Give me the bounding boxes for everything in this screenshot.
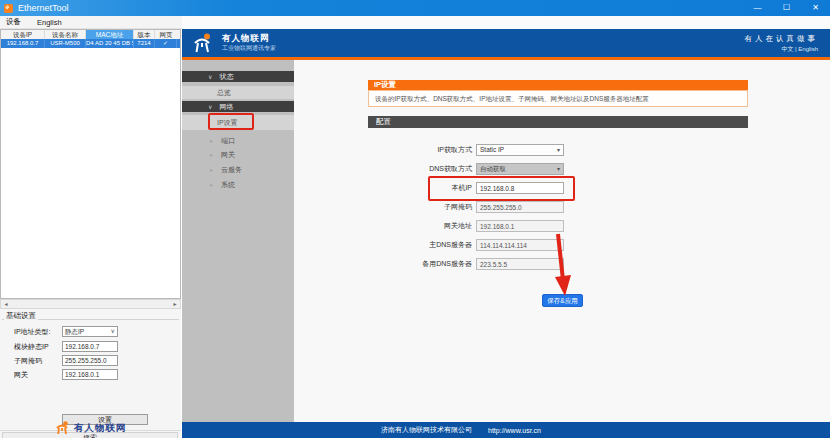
ip-mode-select[interactable]: Static IP ▾ bbox=[476, 144, 564, 156]
ethernettool-window: EthernetTool — ☐ ✕ 设备 English 设备IP 设备名称 … bbox=[0, 0, 830, 438]
dns-mode-select[interactable]: 自动获取 ▾ bbox=[476, 163, 564, 175]
web-top-strip bbox=[182, 16, 830, 29]
dns2-input[interactable] bbox=[476, 258, 564, 270]
device-version-cell: 7214 bbox=[134, 39, 155, 48]
device-ip-cell: 192.168.0.7 bbox=[1, 39, 45, 48]
footer-url[interactable]: http://www.usr.cn bbox=[488, 427, 541, 434]
mask-row: 子网掩码 bbox=[0, 355, 181, 366]
nav-group-gateway[interactable]: ＞网关 bbox=[182, 149, 294, 160]
subnet-row: 子网掩码 bbox=[294, 201, 674, 213]
chevron-right-icon: ＞ bbox=[208, 182, 214, 188]
maximize-button[interactable]: ☐ bbox=[772, 0, 801, 16]
device-row-selected[interactable]: 192.168.0.7 USR-M500 D4 AD 20 45 DB 51 7… bbox=[1, 39, 180, 48]
scroll-right-icon[interactable]: ▸ bbox=[170, 300, 180, 308]
device-web-link-icon[interactable]: ✓ bbox=[155, 39, 177, 48]
local-ip-label: 本机IP bbox=[294, 182, 472, 194]
select-arrow-icon: ▾ bbox=[557, 145, 560, 155]
dns2-label: 备用DNS服务器 bbox=[294, 258, 472, 270]
page-description: 设备的IP获取方式、DNS获取方式、IP地址设置、子网掩码、网关地址以及DNS服… bbox=[368, 90, 748, 107]
nav-group-status[interactable]: ∨状态 bbox=[182, 71, 294, 82]
device-mac-cell: D4 AD 20 45 DB 51 bbox=[86, 39, 134, 48]
dns-mode-row: DNS获取方式 自动获取 ▾ bbox=[294, 163, 674, 175]
chevron-right-icon: ＞ bbox=[208, 167, 214, 173]
dns-mode-label: DNS获取方式 bbox=[294, 163, 472, 175]
usr-figure-icon bbox=[55, 421, 70, 435]
window-controls: — ☐ ✕ bbox=[743, 0, 830, 16]
gateway-row: 网关 bbox=[0, 369, 181, 380]
app-icon bbox=[4, 4, 13, 13]
subnet-label: 子网掩码 bbox=[294, 201, 472, 213]
ip-type-select[interactable]: 静态IP ∨ bbox=[62, 326, 118, 337]
usr-logo: 有人物联网 bbox=[0, 418, 181, 438]
nav-group-system[interactable]: ＞系统 bbox=[182, 179, 294, 190]
scroll-left-icon[interactable]: ◂ bbox=[1, 300, 11, 308]
col-version[interactable]: 版本 bbox=[134, 30, 155, 39]
gateway-addr-row: 网关地址 bbox=[294, 220, 674, 232]
select-arrow-icon: ▾ bbox=[557, 164, 560, 174]
ip-type-label: IP地址类型: bbox=[14, 326, 51, 337]
close-button[interactable]: ✕ bbox=[801, 0, 830, 16]
col-mac-address[interactable]: MAC地址 bbox=[86, 30, 134, 39]
subnet-mask-input[interactable] bbox=[62, 355, 118, 366]
minimize-button[interactable]: — bbox=[743, 0, 772, 16]
nav-item-ip-settings[interactable]: IP设置 bbox=[182, 115, 294, 130]
web-main-content: IP设置 设备的IP获取方式、DNS获取方式、IP地址设置、子网掩码、网关地址以… bbox=[294, 60, 830, 422]
gateway-label: 网关 bbox=[14, 369, 28, 380]
nav-group-port[interactable]: ＞端口 bbox=[182, 135, 294, 146]
basic-settings-title: 基础设置 bbox=[4, 311, 38, 321]
window-title: EthernetTool bbox=[18, 0, 69, 16]
chevron-right-icon: ＞ bbox=[208, 152, 214, 158]
nav-group-network[interactable]: ∨网络 bbox=[182, 101, 294, 112]
nav-item-overview[interactable]: 总览 bbox=[182, 86, 294, 99]
section-config: 配置 bbox=[368, 116, 748, 128]
usr-logo-text: 有人物联网 bbox=[74, 422, 127, 435]
ip-type-row: IP地址类型: 静态IP ∨ bbox=[0, 326, 181, 337]
dns1-input[interactable] bbox=[476, 239, 564, 251]
window-titlebar[interactable]: EthernetTool — ☐ ✕ bbox=[0, 0, 830, 16]
menu-english[interactable]: English bbox=[37, 18, 62, 27]
ip-mode-label: IP获取方式 bbox=[294, 144, 472, 156]
static-ip-input[interactable] bbox=[62, 341, 118, 352]
gateway-addr-label: 网关地址 bbox=[294, 220, 472, 232]
web-slogan: 工业物联网通讯专家 bbox=[222, 44, 276, 53]
device-tool-panel: 设备IP 设备名称 MAC地址 版本 网页 192.168.0.7 USR-M5… bbox=[0, 29, 181, 438]
subnet-input[interactable] bbox=[476, 201, 564, 213]
ip-mode-row: IP获取方式 Static IP ▾ bbox=[294, 144, 674, 156]
local-ip-input[interactable] bbox=[476, 182, 564, 194]
footer-company: 济南有人物联网技术有限公司 bbox=[381, 425, 472, 435]
col-webpage[interactable]: 网页 bbox=[155, 30, 177, 39]
local-ip-row: 本机IP bbox=[294, 182, 674, 194]
usr-figure-icon bbox=[192, 33, 216, 53]
menu-device[interactable]: 设备 bbox=[6, 17, 21, 27]
dns2-row: 备用DNS服务器 bbox=[294, 258, 674, 270]
subnet-mask-label: 子网掩码 bbox=[14, 355, 42, 366]
col-device-ip[interactable]: 设备IP bbox=[1, 30, 45, 39]
chevron-down-icon: ∨ bbox=[208, 74, 212, 80]
device-name-cell: USR-M500 bbox=[45, 39, 86, 48]
gateway-addr-input[interactable] bbox=[476, 220, 564, 232]
dns1-row: 主DNS服务器 bbox=[294, 239, 674, 251]
save-apply-button[interactable]: 保存&应用 bbox=[542, 294, 583, 307]
page-title: IP设置 bbox=[368, 80, 748, 90]
dns-mode-value: 自动获取 bbox=[480, 164, 506, 174]
device-list: 设备IP 设备名称 MAC地址 版本 网页 192.168.0.7 USR-M5… bbox=[0, 29, 181, 299]
dns1-label: 主DNS服务器 bbox=[294, 239, 472, 251]
gateway-input[interactable] bbox=[62, 369, 118, 380]
web-sidebar-nav: ∨状态 总览 ∨网络 IP设置 ＞端口 ＞网关 ＞云服务 ＞系统 bbox=[182, 60, 294, 422]
chevron-down-icon: ∨ bbox=[208, 104, 212, 110]
web-motto: 有人在认真做事 bbox=[745, 34, 819, 44]
web-header: 有人物联网 工业物联网通讯专家 有人在认真做事 中文 | English bbox=[182, 29, 830, 57]
horizontal-scrollbar[interactable]: ◂ ▸ bbox=[0, 299, 181, 309]
col-device-name[interactable]: 设备名称 bbox=[45, 30, 86, 39]
ip-mode-value: Static IP bbox=[480, 145, 504, 155]
device-table-header: 设备IP 设备名称 MAC地址 版本 网页 bbox=[1, 30, 180, 39]
language-switcher[interactable]: 中文 | English bbox=[781, 45, 818, 54]
static-ip-label: 模块静态IP bbox=[14, 341, 49, 352]
ip-type-value: 静态IP bbox=[65, 327, 84, 336]
chevron-down-icon: ∨ bbox=[111, 327, 115, 336]
nav-group-cloud[interactable]: ＞云服务 bbox=[182, 164, 294, 175]
static-ip-row: 模块静态IP bbox=[0, 341, 181, 352]
web-footer: 济南有人物联网技术有限公司 http://www.usr.cn bbox=[182, 422, 830, 438]
chevron-right-icon: ＞ bbox=[208, 138, 214, 144]
